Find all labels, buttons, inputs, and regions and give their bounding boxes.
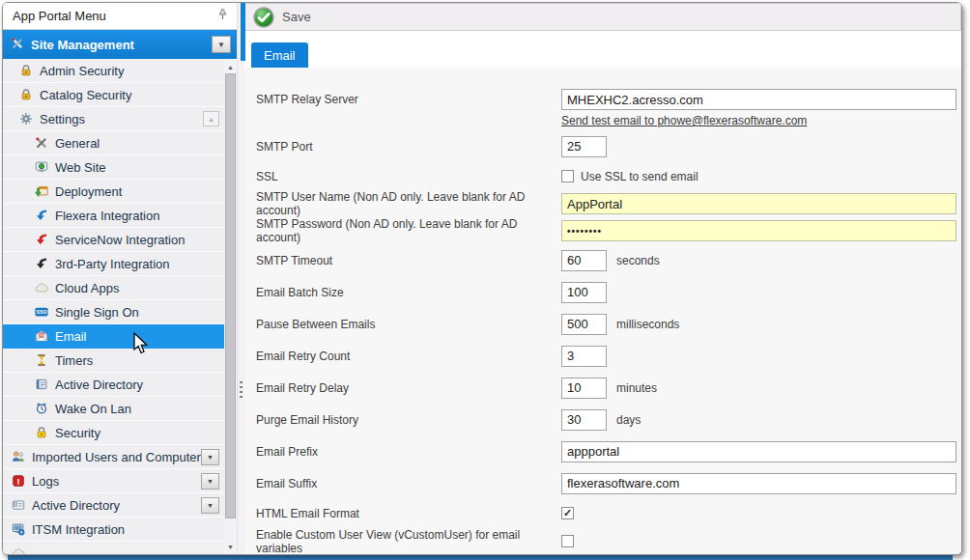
sidebar-item-label: Single Sign On: [55, 305, 139, 320]
checkbox[interactable]: ✓: [561, 507, 574, 519]
field-label: SMTP Password (Non AD only. Leave blank …: [256, 217, 561, 244]
sidebar-item-email[interactable]: @Email: [3, 324, 224, 349]
sidebar-item-label: Imported Users and Computers: [32, 450, 207, 464]
sidebar-item-label: Email: [55, 329, 87, 344]
checkbox[interactable]: [561, 535, 574, 547]
deploy-box-icon: [34, 184, 49, 198]
sidebar-item-wake-on-lan[interactable]: Wake On Lan: [3, 397, 224, 421]
text-field[interactable]: [561, 378, 607, 399]
text-field[interactable]: [561, 473, 956, 494]
text-field[interactable]: [561, 193, 956, 214]
form-row: SSLUse SSL to send email: [256, 162, 961, 190]
background-window-edge: [8, 555, 953, 560]
expand-icon[interactable]: ▼: [201, 497, 219, 514]
scroll-up-icon[interactable]: ▲: [224, 60, 237, 73]
sidebar-item-label: Wake On Lan: [55, 402, 131, 416]
send-test-email-link[interactable]: Send test email to phowe@flexerasoftware…: [561, 114, 956, 127]
app-portal-window: App Portal Menu Site Management ▼ Admin …: [2, 2, 962, 555]
sidebar-item-imported-users-and-computers[interactable]: Imported Users and Computers▼: [3, 445, 224, 469]
svg-text:!: !: [16, 477, 19, 487]
sidebar-item-label: Timers: [55, 353, 93, 368]
sidebar-item-label: Security: [55, 426, 100, 440]
sidebar-item-active-directory[interactable]: Active Directory: [3, 373, 224, 397]
sidebar-item-web-site[interactable]: Web Site: [3, 155, 224, 180]
field-label: Purge Email History: [256, 413, 561, 427]
sidebar-item-general[interactable]: General: [3, 131, 224, 155]
tab-email[interactable]: Email: [251, 42, 308, 68]
hourglass-icon: [34, 353, 49, 367]
scrollbar-thumb[interactable]: [225, 73, 236, 518]
sidebar-item-label: ITSM Integration: [32, 522, 125, 537]
sidebar-item-partial[interactable]: [3, 542, 224, 554]
field-control: Send test email to phowe@flexerasoftware…: [561, 80, 956, 127]
sidebar-item-settings[interactable]: Settings▲: [3, 107, 224, 131]
form-row: SMTP Password (Non AD only. Leave blank …: [256, 217, 961, 244]
text-field[interactable]: [561, 136, 607, 157]
text-field[interactable]: [561, 441, 956, 462]
sidebar-item-servicenow-integration[interactable]: ServiceNow Integration: [3, 228, 224, 252]
sidebar-item-deployment[interactable]: Deployment: [3, 180, 224, 204]
field-label: Email Retry Delay: [256, 381, 561, 395]
form-row: SMTP User Name (Non AD only. Leave blank…: [256, 190, 961, 217]
sidebar-item-label: General: [55, 136, 100, 151]
checkbox[interactable]: [561, 170, 574, 182]
text-field[interactable]: [561, 282, 607, 303]
envelope-at-icon: @: [34, 329, 49, 343]
unit-label: seconds: [616, 254, 660, 267]
lock-gold-icon: [18, 64, 34, 77]
sidebar: App Portal Menu Site Management ▼ Admin …: [3, 3, 237, 554]
sidebar-item-itsm-integration[interactable]: ITSM Integration: [3, 518, 224, 542]
form-row: SMTP Relay ServerSend test email to phow…: [256, 80, 961, 130]
contact-card-icon: [11, 498, 26, 512]
text-field[interactable]: [561, 250, 607, 271]
pin-icon[interactable]: [216, 8, 229, 24]
expand-icon[interactable]: ▼: [201, 449, 219, 465]
field-control: [561, 136, 607, 157]
field-label: SMTP User Name (Non AD only. Leave blank…: [256, 190, 561, 217]
unit-label: days: [616, 413, 641, 427]
text-field[interactable]: [561, 89, 956, 110]
sidebar-item-single-sign-on[interactable]: SSOSingle Sign On: [3, 300, 224, 324]
sidebar-item-catalog-security[interactable]: Catalog Security: [3, 83, 224, 107]
field-control: [561, 441, 956, 462]
field-label: Pause Between Emails: [256, 318, 561, 331]
sidebar-item-3rd-party-integration[interactable]: 3rd-Party Integration: [3, 252, 224, 276]
collapse-icon[interactable]: ▲: [203, 111, 219, 126]
field-label: HTML Email Format: [256, 507, 561, 520]
monitor-globe-icon: [34, 160, 49, 174]
field-label: SSL: [256, 170, 561, 183]
splitter-grip[interactable]: [240, 381, 242, 401]
save-check-icon: [253, 7, 274, 28]
sidebar-item-label: Cloud Apps: [55, 281, 120, 295]
chevron-down-icon[interactable]: ▼: [212, 36, 231, 53]
sidebar-group-site-management[interactable]: Site Management ▼: [3, 30, 237, 59]
sidebar-item-timers[interactable]: Timers: [3, 349, 224, 373]
field-control: [561, 535, 574, 547]
expand-icon[interactable]: ▼: [201, 473, 219, 490]
text-field[interactable]: [561, 409, 607, 431]
field-label: Enable Custom User View (vCustomUser) fo…: [256, 528, 561, 555]
text-field[interactable]: [561, 314, 607, 335]
save-button[interactable]: Save: [253, 7, 311, 28]
tools-gray-icon: [34, 136, 49, 150]
sidebar-item-active-directory[interactable]: Active Directory▼: [3, 493, 224, 518]
sidebar-item-admin-security[interactable]: Admin Security: [3, 59, 224, 83]
form-row: Email Prefix: [256, 435, 961, 467]
sidebar-item-label: Catalog Security: [40, 88, 131, 102]
sidebar-item-flexera-integration[interactable]: Flexera Integration: [3, 204, 224, 228]
email-settings-form: SMTP Relay ServerSend test email to phow…: [244, 68, 961, 554]
sidebar-item-cloud-apps[interactable]: Cloud Apps: [3, 276, 224, 300]
scroll-down-icon[interactable]: ▼: [224, 540, 237, 553]
gear-icon: [18, 112, 34, 126]
text-field[interactable]: [561, 346, 607, 367]
sidebar-scrollbar[interactable]: ▲ ▼: [224, 59, 237, 554]
field-control: seconds: [561, 250, 660, 271]
password-field[interactable]: [561, 220, 956, 241]
sidebar-item-logs[interactable]: !Logs▼: [3, 469, 224, 493]
save-label: Save: [282, 10, 311, 24]
panel-splitter[interactable]: [237, 3, 244, 554]
sidebar-item-label: Web Site: [55, 160, 106, 175]
field-label: Email Suffix: [256, 477, 561, 490]
sidebar-item-security[interactable]: Security: [3, 421, 224, 445]
form-row: SMTP Timeoutseconds: [256, 244, 961, 276]
